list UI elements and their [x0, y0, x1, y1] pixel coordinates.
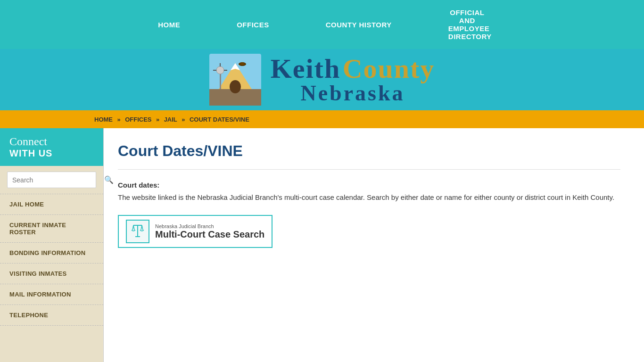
site-logo: [209, 54, 261, 106]
sidebar-item-telephone[interactable]: TELEPHONE: [0, 305, 103, 326]
breadcrumb: HOME » OFFICES » JAIL » COURT DATES/VINE: [0, 110, 644, 128]
nav-county-history[interactable]: COUNTY HISTORY: [297, 12, 420, 37]
title-nebraska: Nebraska: [271, 82, 435, 104]
svg-line-17: [142, 225, 143, 230]
svg-point-11: [230, 80, 241, 93]
court-link-small-label: Nebraska Judicial Branch: [155, 223, 264, 229]
sidebar-item-bonding[interactable]: BONDING INFORMATION: [0, 243, 103, 263]
main-content: Court Dates/VINE Court dates: The websit…: [104, 128, 644, 362]
sidebar-nav: JAIL HOME CURRENT INMATE ROSTER BONDING …: [0, 194, 103, 326]
sidebar-item-visiting[interactable]: VISITING INMATES: [0, 263, 103, 284]
page-title: Court Dates/VINE: [118, 142, 620, 160]
with-us-label: WITH US: [9, 148, 52, 158]
sidebar: Connect WITH US 🔍 JAIL HOME CURRENT INMA…: [0, 128, 104, 362]
title-keith: Keith: [271, 53, 341, 84]
sidebar-item-jail-home[interactable]: JAIL HOME: [0, 194, 103, 215]
sidebar-item-mail[interactable]: MAIL INFORMATION: [0, 284, 103, 305]
court-dates-intro: Court dates: The website linked is the N…: [118, 179, 620, 203]
svg-point-5: [216, 66, 224, 74]
nav-offices[interactable]: OFFICES: [208, 12, 297, 37]
title-county: County: [343, 53, 435, 84]
search-input[interactable]: [8, 173, 99, 187]
svg-line-15: [133, 225, 134, 230]
top-navigation: HOME OFFICES COUNTY HISTORY OFFICIAL AND…: [0, 0, 644, 49]
court-link-big-label: Multi-Court Case Search: [155, 229, 264, 240]
court-search-link[interactable]: Nebraska Judicial Branch Multi-Court Cas…: [118, 215, 272, 248]
scales-icon: [130, 223, 146, 239]
divider: [118, 169, 620, 170]
connect-label: Connect: [9, 135, 94, 148]
breadcrumb-sep-2: »: [156, 116, 159, 123]
nav-home[interactable]: HOME: [130, 12, 208, 37]
court-icon: [126, 220, 149, 243]
site-header: Keith County Nebraska: [0, 49, 644, 110]
main-layout: Connect WITH US 🔍 JAIL HOME CURRENT INMA…: [0, 128, 644, 362]
court-link-text: Nebraska Judicial Branch Multi-Court Cas…: [155, 223, 264, 240]
court-dates-label: Court dates:: [118, 181, 159, 189]
breadcrumb-sep-1: »: [117, 116, 120, 123]
court-dates-body: The website linked is the Nebraska Judic…: [118, 193, 614, 201]
site-title: Keith County Nebraska: [271, 55, 435, 104]
breadcrumb-jail[interactable]: JAIL: [164, 116, 177, 123]
sidebar-item-inmate-roster[interactable]: CURRENT INMATE ROSTER: [0, 215, 103, 243]
breadcrumb-sep-3: »: [182, 116, 185, 123]
breadcrumb-home[interactable]: HOME: [94, 116, 113, 123]
sidebar-header: Connect WITH US: [0, 128, 103, 166]
sidebar-search-container: 🔍: [0, 166, 103, 194]
nav-directory[interactable]: OFFICIAL AND EMPLOYEE DIRECTORY: [420, 0, 514, 49]
breadcrumb-offices[interactable]: OFFICES: [125, 116, 151, 123]
breadcrumb-current: COURT DATES/VINE: [190, 116, 249, 123]
